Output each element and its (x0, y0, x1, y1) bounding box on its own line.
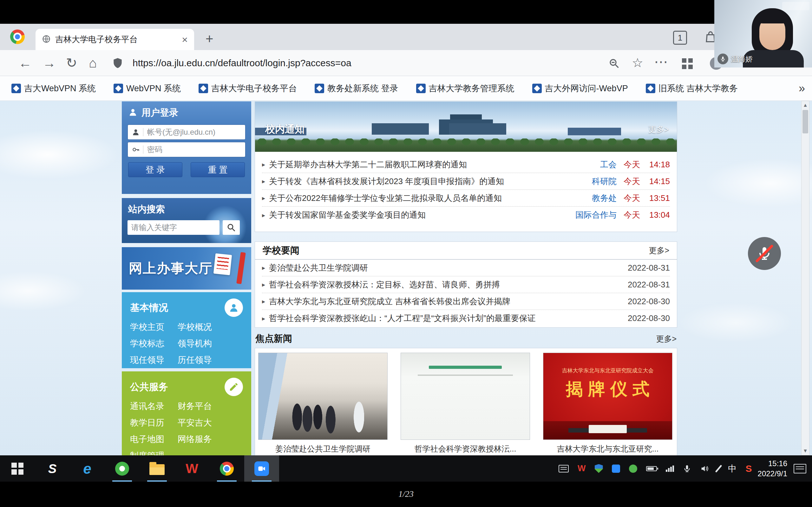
focus-card-caption[interactable]: 姜治莹赴公共卫生学院调研 (258, 444, 388, 454)
scrollbar-thumb[interactable] (803, 110, 808, 133)
notices-more-link[interactable]: 更多> (648, 124, 669, 134)
apps-grid-icon[interactable] (682, 58, 693, 69)
focus-card[interactable]: 姜治莹赴公共卫生学院调研 (258, 353, 388, 454)
browser-tab[interactable]: 吉林大学电子校务平台 (36, 29, 194, 50)
taskbar-clock[interactable]: 15:16 2022/9/1 (758, 458, 787, 478)
bookmark-item[interactable]: 吉林大学教务管理系统 (416, 83, 514, 94)
tray-green-app-icon[interactable] (629, 464, 637, 473)
window-count-badge[interactable]: 1 (673, 31, 687, 45)
reload-button[interactable] (66, 56, 77, 70)
taskbar-chrome-app[interactable] (209, 455, 244, 482)
zoom-magnifier-icon[interactable] (608, 58, 620, 70)
tray-volume-icon[interactable] (700, 464, 709, 473)
taskbar-360-browser[interactable] (105, 455, 140, 482)
focus-card[interactable]: 吉林大学东北与东北亚研究院成立大会 揭牌仪式 吉林大学东北与东北亚研究... (543, 353, 672, 454)
notice-row[interactable]: 关于转发国家留学基金委奖学金项目的通知 国际合作与 今天 13:04 (262, 207, 670, 223)
taskbar-wps-app[interactable] (174, 455, 209, 482)
notice-row[interactable]: 关于转发《吉林省科技发展计划2023 年度项目申报指南》的通知 科研院 今天 1… (262, 173, 670, 190)
link-directory[interactable]: 通讯名录 (130, 400, 177, 412)
news-row[interactable]: 哲学社会科学资深教授林沄：定目标、选好苗、请良师、勇拼搏 2022-08-31 (262, 276, 670, 293)
service-hall-banner[interactable]: 网上办事大厅 (122, 247, 251, 290)
link-school-home[interactable]: 学校主页 (130, 321, 177, 333)
reset-button[interactable]: 重 置 (191, 162, 245, 177)
taskbar-file-explorer[interactable] (140, 455, 174, 482)
focus-card-caption[interactable]: 哲学社会科学资深教授林沄... (401, 444, 530, 454)
tray-ime-language-icon[interactable]: 中 (728, 463, 737, 474)
notice-row[interactable]: 关于公布2022年辅修学士学位专业第二批拟录取人员名单的通知 教务处 今天 13… (262, 190, 670, 207)
notice-row[interactable]: 关于延期举办吉林大学第二十二届教职工网球赛的通知 工会 今天 14:18 (262, 156, 670, 173)
notice-dept-link[interactable]: 工会 (569, 159, 617, 170)
news-item-title[interactable]: 吉林大学东北与东北亚研究院成立 吉林省省长韩俊出席会议并揭牌 (269, 296, 613, 307)
link-school-logo[interactable]: 学校标志 (130, 338, 177, 349)
tab-close-icon[interactable] (182, 35, 188, 45)
link-current-leaders[interactable]: 现任领导 (130, 354, 177, 366)
link-school-overview[interactable]: 学校概况 (177, 321, 243, 333)
site-search-button[interactable] (223, 220, 240, 235)
scroll-up-arrow-icon[interactable] (802, 102, 809, 108)
home-button[interactable] (89, 56, 97, 70)
notice-dept-link[interactable]: 国际合作与 (569, 210, 617, 221)
taskbar-meeting-app[interactable] (244, 455, 279, 482)
forward-button[interactable] (43, 56, 56, 70)
tray-battery-icon[interactable] (646, 466, 657, 471)
back-button[interactable] (18, 56, 32, 70)
menu-ellipsis-icon[interactable] (654, 54, 668, 70)
password-input[interactable] (147, 145, 241, 154)
news-row[interactable]: 哲学社会科学资深教授张屹山：“人才工程”是“文科振兴计划”的最重要保证 2022… (262, 310, 670, 327)
notice-dept-link[interactable]: 科研院 (569, 176, 617, 187)
action-center-icon[interactable] (794, 464, 806, 473)
tray-wps-icon[interactable] (577, 464, 586, 473)
link-policies[interactable]: 制度管理 (130, 450, 177, 455)
link-network[interactable]: 网络服务 (177, 434, 243, 445)
bookmark-star-icon[interactable] (632, 55, 643, 70)
bookmark-item[interactable]: 吉大外网访问-WebVP (532, 83, 628, 94)
bookmark-item[interactable]: 旧系统 吉林大学教务 (646, 83, 738, 94)
tray-blue-app-icon[interactable] (612, 464, 620, 473)
notice-title[interactable]: 关于延期举办吉林大学第二十二届教职工网球赛的通知 (269, 159, 569, 170)
notice-title[interactable]: 关于转发《吉林省科技发展计划2023 年度项目申报指南》的通知 (269, 176, 569, 187)
news-more-link[interactable]: 更多> (649, 245, 669, 256)
notice-title[interactable]: 关于转发国家留学基金委奖学金项目的通知 (269, 210, 569, 221)
login-button[interactable]: 登 录 (128, 162, 183, 177)
account-field[interactable] (128, 124, 246, 140)
tray-ime-candidate-icon[interactable] (559, 465, 569, 472)
bookmark-item[interactable]: 吉林大学电子校务平台 (199, 83, 297, 94)
notice-dept-link[interactable]: 教务处 (569, 193, 617, 204)
page-scrollbar[interactable] (801, 101, 809, 455)
focus-card[interactable]: 哲学社会科学资深教授林沄... (401, 353, 530, 454)
link-calendar[interactable]: 教学日历 (130, 417, 177, 429)
taskbar-ie-app[interactable] (70, 455, 105, 482)
bookmarks-overflow-chevron-icon[interactable] (796, 82, 805, 95)
webcam-video-tile[interactable]: 温海娇 (714, 0, 812, 67)
link-safety[interactable]: 平安吉大 (177, 417, 243, 429)
news-item-title[interactable]: 姜治莹赴公共卫生学院调研 (269, 262, 613, 274)
news-row[interactable]: 姜治莹赴公共卫生学院调研 2022-08-31 (262, 260, 670, 276)
tray-security-shield-icon[interactable] (595, 464, 603, 473)
taskbar-sogou-app[interactable] (35, 455, 70, 482)
focus-card-caption[interactable]: 吉林大学东北与东北亚研究... (543, 444, 672, 454)
bookmark-item[interactable]: WebVPN 系统 (113, 83, 181, 94)
tray-microphone-icon[interactable] (683, 464, 691, 473)
notice-title[interactable]: 关于公布2022年辅修学士学位专业第二批拟录取人员名单的通知 (269, 193, 569, 204)
tray-pen-icon[interactable] (715, 464, 722, 472)
site-search-input[interactable] (131, 223, 216, 232)
address-bar[interactable]: https://oa.jlu.edu.cn/defaultroot/login.… (133, 58, 351, 68)
link-map[interactable]: 电子地图 (130, 434, 177, 445)
bookmark-item[interactable]: 吉大WebVPN 系统 (11, 83, 96, 94)
account-input[interactable] (147, 128, 241, 136)
focus-more-link[interactable]: 更多> (656, 334, 676, 344)
focus-card-photo[interactable] (258, 353, 388, 440)
bookmark-item[interactable]: 教务处新系统 登录 (315, 83, 398, 94)
tray-network-signal-icon[interactable] (666, 465, 674, 472)
link-past-leaders[interactable]: 历任领导 (177, 354, 243, 366)
scroll-down-arrow-icon[interactable] (802, 448, 809, 454)
new-tab-button[interactable] (206, 32, 213, 47)
focus-card-photo[interactable]: 吉林大学东北与东北亚研究院成立大会 揭牌仪式 (543, 353, 672, 440)
news-row[interactable]: 吉林大学东北与东北亚研究院成立 吉林省省长韩俊出席会议并揭牌 2022-08-3… (262, 293, 670, 310)
start-button[interactable] (0, 455, 35, 482)
shield-icon[interactable] (112, 57, 124, 70)
password-field[interactable] (128, 142, 246, 157)
link-leadership-orgs[interactable]: 领导机构 (177, 338, 243, 349)
site-search-field[interactable] (128, 220, 219, 235)
news-item-title[interactable]: 哲学社会科学资深教授林沄：定目标、选好苗、请良师、勇拼搏 (269, 279, 613, 290)
